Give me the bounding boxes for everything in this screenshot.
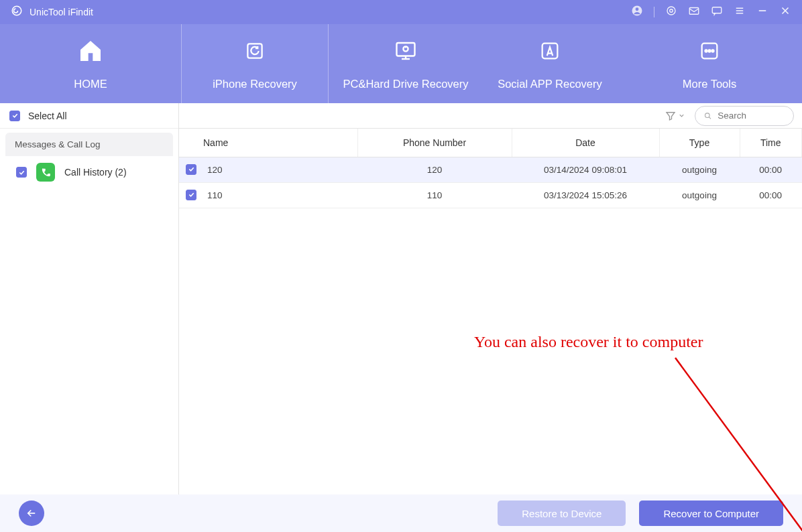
tab-more-tools[interactable]: More Tools xyxy=(617,24,802,103)
col-header-name[interactable]: Name xyxy=(203,129,357,157)
footer: Restore to Device Recover to Computer xyxy=(0,494,802,532)
svg-point-22 xyxy=(708,50,710,52)
cell-date: 03/14/2024 09:08:01 xyxy=(512,157,659,182)
cell-date: 03/13/2024 15:05:26 xyxy=(512,182,659,208)
category-header: Messages & Call Log xyxy=(5,133,173,156)
funnel-icon xyxy=(665,110,677,122)
arrow-left-icon xyxy=(25,507,38,519)
minimize-icon[interactable] xyxy=(756,5,768,19)
sidebar-item-call-history[interactable]: Call History (2) xyxy=(5,156,173,188)
svg-point-4 xyxy=(670,9,673,13)
table-row[interactable]: 11011003/13/2024 15:05:26outgoing00:00 xyxy=(179,182,802,208)
nav-label: HOME xyxy=(74,78,107,90)
phone-icon xyxy=(36,163,55,182)
svg-point-24 xyxy=(705,113,709,117)
close-icon[interactable] xyxy=(779,5,791,19)
monitor-icon xyxy=(394,38,418,64)
sidebar: Select All Messages & Call Log Call Hist… xyxy=(0,103,179,494)
search-icon xyxy=(703,111,712,121)
cell-time: 00:00 xyxy=(740,182,802,208)
svg-rect-13 xyxy=(247,44,262,58)
nav-label: PC&Hard Drive Recovery xyxy=(343,78,468,90)
sidebar-item-label: Call History (2) xyxy=(64,167,127,178)
cell-phone: 120 xyxy=(357,157,512,182)
row-checkbox[interactable] xyxy=(186,190,196,200)
data-table: Name Phone Number Date Type Time 1201200… xyxy=(179,129,802,208)
row-checkbox[interactable] xyxy=(186,164,196,175)
svg-point-3 xyxy=(667,7,675,15)
home-icon xyxy=(76,38,105,64)
select-all-label: Select All xyxy=(28,111,67,121)
nav-label: More Tools xyxy=(683,78,736,90)
back-button[interactable] xyxy=(19,501,44,526)
svg-rect-14 xyxy=(397,43,415,56)
recover-to-computer-button[interactable]: Recover to Computer xyxy=(639,501,783,526)
filter-button[interactable] xyxy=(665,110,685,122)
tab-social-recovery[interactable]: Social APP Recovery xyxy=(483,24,617,103)
menu-icon[interactable] xyxy=(734,5,746,19)
search-box[interactable] xyxy=(695,106,794,126)
target-icon[interactable] xyxy=(665,5,677,19)
feedback-icon[interactable] xyxy=(711,5,723,19)
main-nav: HOME iPhone Recovery PC&Hard Drive Recov… xyxy=(0,24,802,103)
select-all-row[interactable]: Select All xyxy=(0,103,178,129)
svg-point-2 xyxy=(636,7,639,11)
tab-iphone-recovery[interactable]: iPhone Recovery xyxy=(181,24,329,103)
toolbar xyxy=(179,103,802,129)
restore-to-device-button[interactable]: Restore to Device xyxy=(498,501,626,526)
search-input[interactable] xyxy=(718,111,785,121)
svg-line-25 xyxy=(709,117,711,119)
svg-point-21 xyxy=(705,50,707,52)
account-icon[interactable] xyxy=(631,5,643,19)
select-all-checkbox[interactable] xyxy=(9,111,20,121)
cell-time: 00:00 xyxy=(740,157,802,182)
tab-home[interactable]: HOME xyxy=(0,24,181,103)
nav-label: iPhone Recovery xyxy=(213,78,297,90)
main-panel: Name Phone Number Date Type Time 1201200… xyxy=(179,103,802,494)
table-row[interactable]: 12012003/14/2024 09:08:01outgoing00:00 xyxy=(179,157,802,182)
svg-rect-6 xyxy=(712,7,722,13)
titlebar-divider xyxy=(654,7,654,17)
app-store-icon xyxy=(538,38,561,64)
col-header-date[interactable]: Date xyxy=(512,129,659,157)
cell-name: 120 xyxy=(203,157,357,182)
mail-icon[interactable] xyxy=(688,5,700,19)
cell-phone: 110 xyxy=(357,182,512,208)
col-header-time[interactable]: Time xyxy=(740,129,802,157)
svg-point-23 xyxy=(711,50,713,52)
col-header-type[interactable]: Type xyxy=(659,129,740,157)
tab-pc-recovery[interactable]: PC&Hard Drive Recovery xyxy=(329,24,483,103)
app-title: UnicTool iFindit xyxy=(30,7,93,17)
cell-type: outgoing xyxy=(659,157,740,182)
col-header-phone[interactable]: Phone Number xyxy=(357,129,512,157)
cell-name: 110 xyxy=(203,182,357,208)
cell-type: outgoing xyxy=(659,182,740,208)
checkbox[interactable] xyxy=(16,167,27,178)
refresh-icon xyxy=(243,38,266,64)
nav-label: Social APP Recovery xyxy=(498,78,602,90)
annotation-text: You can also recover it to computer xyxy=(474,333,703,351)
more-icon xyxy=(698,38,721,64)
app-logo-icon xyxy=(11,5,23,19)
titlebar: UnicTool iFindit xyxy=(0,0,802,24)
chevron-down-icon xyxy=(678,112,685,119)
svg-rect-5 xyxy=(689,8,699,15)
